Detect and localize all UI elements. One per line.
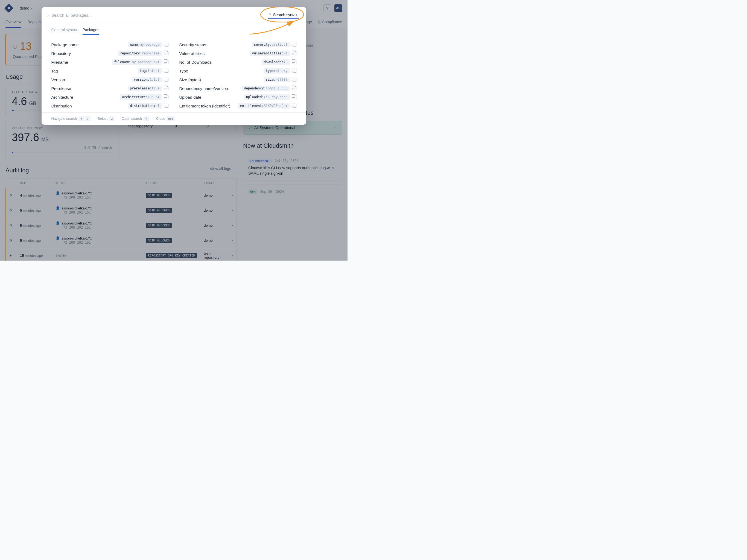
syntax-name: Filename [51,60,109,65]
modal-overlay[interactable]: ⌕ ? Search syntax General syntax Package… [0,0,347,261]
syntax-row: Type type:binary [179,67,297,75]
syntax-example[interactable]: vulnerabilities:>1 [250,51,289,56]
syntax-row: Vulnerabilities vulnerabilities:>1 [179,49,297,58]
syntax-name: Type [179,69,261,73]
copy-icon[interactable] [292,60,297,64]
copy-icon[interactable] [292,95,297,99]
syntax-row: Package name name:my-package [51,40,169,49]
question-icon: ? [269,12,271,17]
syntax-example[interactable]: repository:repo-name [118,51,162,56]
search-syntax-link[interactable]: ? Search syntax [265,10,301,20]
copy-icon[interactable] [164,69,169,73]
syntax-name: Package name [51,42,125,47]
syntax-example[interactable]: version:1.1.0 [132,77,162,82]
syntax-name: Upload date [179,95,241,100]
syntax-example[interactable]: severity:critical [252,42,290,47]
copy-icon[interactable] [292,69,297,73]
syntax-row: Architecture architecture:x86_64 [51,93,169,101]
enter-key: ↵ [109,116,114,121]
syntax-row: Filename filename:my-package.ext [51,58,169,67]
search-input[interactable] [51,13,262,18]
tab-general-syntax[interactable]: General syntax [51,28,77,35]
syntax-row: No. of Downloads downloads:>8 [179,58,297,67]
copy-icon[interactable] [164,104,169,108]
syntax-name: Version [51,77,129,82]
copy-icon[interactable] [292,51,297,55]
syntax-name: Repository [51,51,115,56]
syntax-name: Distribution [51,104,125,108]
copy-icon[interactable] [164,60,169,64]
syntax-name: Prerelease [51,86,125,91]
syntax-example[interactable]: name:my-package [128,42,162,47]
syntax-example[interactable]: downloads:>8 [262,59,290,65]
syntax-example[interactable]: dependency:log4j=1.0.0 [242,85,290,91]
copy-icon[interactable] [292,104,297,108]
syntax-example[interactable]: tag:latest [137,68,162,74]
copy-icon[interactable] [164,95,169,99]
syntax-row: Repository repository:repo-name [51,49,169,58]
copy-icon[interactable] [292,43,297,47]
syntax-row: Security status severity:critical [179,40,297,49]
copy-icon[interactable] [164,86,169,90]
copy-icon[interactable] [164,78,169,81]
syntax-example[interactable]: uploaded:>"1 day ago" [244,94,290,100]
syntax-row: Tag tag:latest [51,67,169,75]
modal-tabs: General syntax Packages [42,23,306,35]
syntax-example[interactable]: filename:my-package.ext [112,59,162,65]
up-key: ↑ [78,116,84,121]
syntax-example[interactable]: type:binary [264,68,289,74]
syntax-example[interactable]: entitlement:3lKPVJPosCsY [238,103,289,108]
down-key: ↓ [85,116,91,121]
syntax-row: Dependency name/version dependency:log4j… [179,84,297,93]
syntax-row: Upload date uploaded:>"1 day ago" [179,93,297,101]
esc-key: esc [167,116,175,121]
syntax-example[interactable]: architecture:x86_64 [120,94,162,100]
search-icon: ⌕ [47,13,49,17]
syntax-name: Vulnerabilities [179,51,247,56]
syntax-example[interactable]: distribution:el [128,103,162,108]
tab-packages-syntax[interactable]: Packages [83,28,99,35]
syntax-name: No. of Downloads [179,60,259,65]
search-modal: ⌕ ? Search syntax General syntax Package… [42,7,306,125]
copy-icon[interactable] [164,51,169,55]
syntax-name: Tag [51,69,135,73]
syntax-name: Dependency name/version [179,86,239,91]
slash-key: / [144,116,149,121]
syntax-name: Architecture [51,95,117,100]
syntax-row: Size (bytes) size:>50000 [179,75,297,84]
modal-footer: Navigate search ↑↓ Select ↵ Open search … [42,112,306,125]
syntax-name: Size (bytes) [179,77,261,82]
syntax-row: Version version:1.1.0 [51,75,169,84]
syntax-example[interactable]: prerelease:true [128,85,162,91]
syntax-row: Prerelease prerelease:true [51,84,169,93]
copy-icon[interactable] [164,43,169,47]
syntax-name: Entitlement token (identifier) [179,104,235,108]
copy-icon[interactable] [292,86,297,90]
syntax-row: Entitlement token (identifier) entitleme… [179,101,297,110]
syntax-example[interactable]: size:>50000 [264,77,289,82]
copy-icon[interactable] [292,78,297,81]
syntax-row: Distribution distribution:el [51,101,169,110]
syntax-name: Security status [179,42,249,47]
